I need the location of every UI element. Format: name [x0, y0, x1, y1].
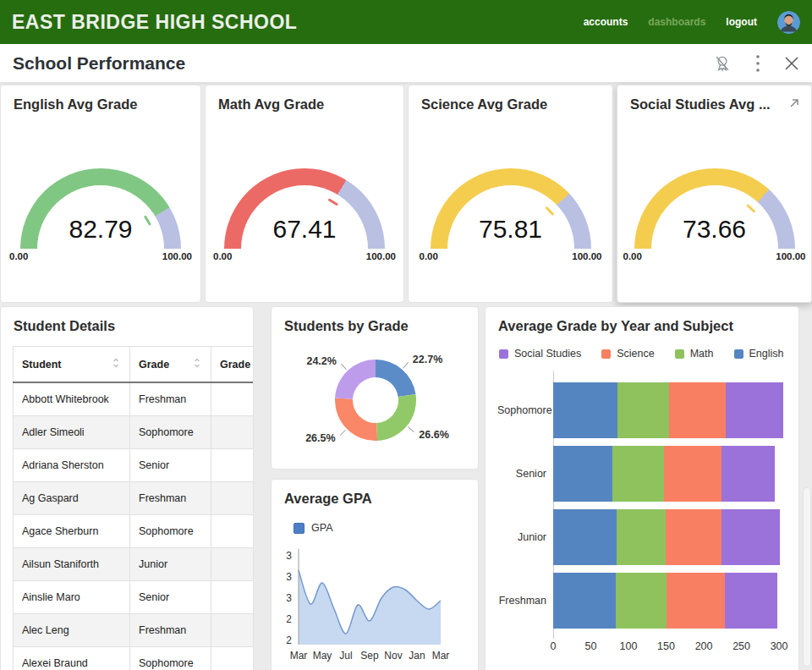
- bar-segment-math[interactable]: [617, 509, 666, 565]
- table-cell: Adriana Sherston: [14, 449, 130, 482]
- card-title: Average Grade by Year and Subject: [486, 307, 798, 334]
- x-tick-label: Jul: [339, 650, 352, 662]
- table-row[interactable]: Adler SimeoliSophomore: [14, 416, 255, 449]
- bar-row: Sophomore: [497, 378, 787, 442]
- legend-item-social-studies[interactable]: Social Studies: [499, 348, 581, 360]
- gauge-min-label: 0.00: [213, 251, 232, 261]
- legend-item-math[interactable]: Math: [675, 348, 714, 360]
- bar-segment-science[interactable]: [669, 382, 726, 438]
- table-row[interactable]: Ainslie MaroSenior: [14, 581, 255, 614]
- bar-row: Junior: [497, 505, 787, 568]
- table-row[interactable]: Abbott WhitebrookFreshman: [14, 382, 255, 416]
- bar-track: [553, 382, 787, 438]
- table-row[interactable]: Alec LengFreshman: [14, 614, 255, 647]
- school-brand-title: EAST BRIDGE HIGH SCHOOL: [12, 11, 297, 34]
- bar-segment-social-studies[interactable]: [726, 382, 783, 438]
- bar-segment-math[interactable]: [617, 382, 669, 438]
- table-cell: Agace Sherburn: [14, 515, 130, 548]
- legend-label: English: [749, 348, 784, 360]
- close-icon[interactable]: [784, 56, 799, 71]
- bar-segment-math[interactable]: [612, 446, 664, 502]
- nav-link-logout[interactable]: logout: [726, 16, 757, 28]
- card-average-grade-by-year-subject: Average Grade by Year and Subject Social…: [485, 306, 799, 670]
- math-gauge-chart: 67.41: [224, 168, 385, 249]
- table-cell: Senior: [130, 581, 211, 614]
- legend-item-english[interactable]: English: [734, 348, 784, 360]
- arrow-up-right-icon[interactable]: [787, 96, 801, 113]
- top-app-bar: EAST BRIDGE HIGH SCHOOL accounts dashboa…: [0, 0, 812, 44]
- card-math-avg-grade[interactable]: Math Avg Grade 67.41 0.00 100.00: [205, 85, 404, 303]
- table-cell: Alec Leng: [14, 614, 130, 647]
- column-header-student[interactable]: Student: [14, 347, 130, 383]
- table-row[interactable]: Ailsun StaniforthJunior: [14, 548, 255, 581]
- bar-segment-science[interactable]: [664, 446, 721, 502]
- students-by-grade-donut-chart[interactable]: 22.7%26.6%26.5%24.2%: [272, 334, 479, 468]
- sort-icon[interactable]: [192, 357, 202, 371]
- scrollbar-thumb[interactable]: [803, 487, 811, 667]
- table-row[interactable]: Ag GaspardFreshman: [14, 482, 255, 515]
- sort-icon[interactable]: [111, 357, 121, 371]
- table-cell: Junior: [130, 548, 211, 581]
- column-header-grade[interactable]: Grade: [130, 347, 211, 383]
- table-row[interactable]: Alexei BraundSophomore: [14, 647, 255, 670]
- badge-slash-icon[interactable]: [713, 54, 732, 73]
- donut-slice[interactable]: [335, 360, 376, 399]
- bar-segment-math[interactable]: [616, 573, 667, 629]
- table-cell: [211, 449, 255, 482]
- bar-segment-social-studies[interactable]: [721, 446, 775, 502]
- gauge-max-label: 100.00: [162, 251, 192, 261]
- gauge-max-label: 100.00: [366, 251, 396, 261]
- kebab-menu-icon[interactable]: [755, 54, 760, 73]
- legend-label: Social Studies: [514, 348, 581, 360]
- donut-slice[interactable]: [376, 394, 416, 441]
- gpa-legend[interactable]: GPA: [272, 507, 478, 534]
- nav-link-dashboards[interactable]: dashboards: [648, 16, 705, 28]
- bar-segment-english[interactable]: [553, 382, 617, 438]
- card-social-studies-avg-grade[interactable]: Social Studies Avg ... 73.66 0.00 100.00: [617, 85, 812, 303]
- table-cell: [211, 515, 255, 548]
- table-cell: Sophomore: [130, 647, 211, 670]
- x-tick-label: Mar: [290, 650, 308, 662]
- social-studies-gauge-chart: 73.66: [634, 168, 795, 249]
- bar-segment-english[interactable]: [553, 509, 617, 565]
- table-cell: Adler Simeoli: [14, 416, 130, 449]
- table-cell: Sophomore: [130, 515, 211, 548]
- gauge-scale: 0.00 100.00: [213, 251, 396, 261]
- bar-segment-english[interactable]: [553, 573, 616, 629]
- table-cell: [211, 382, 255, 416]
- table-cell: Ainslie Maro: [14, 581, 130, 614]
- bar-segment-english[interactable]: [553, 446, 612, 502]
- table-cell: [211, 482, 255, 515]
- gauge-value: 75.81: [431, 215, 591, 244]
- nav-link-accounts[interactable]: accounts: [584, 16, 628, 28]
- bar-segment-science[interactable]: [666, 509, 721, 565]
- bar-segment-science[interactable]: [667, 573, 725, 629]
- legend-label: Math: [690, 348, 714, 360]
- y-tick-label: 2: [286, 634, 292, 646]
- x-tick-label: Mar: [432, 650, 450, 662]
- card-science-avg-grade[interactable]: Science Avg Grade 75.81 0.00 100.00: [408, 85, 613, 303]
- table-row[interactable]: Agace SherburnSophomore: [14, 515, 255, 548]
- legend-item-science[interactable]: Science: [601, 348, 654, 360]
- card-english-avg-grade[interactable]: English Avg Grade 82.79 0.00 100.00: [0, 85, 201, 303]
- table-cell: [211, 614, 255, 647]
- x-tick-label: Jan: [409, 650, 425, 662]
- table-row[interactable]: Adriana SherstonSenior: [14, 449, 255, 482]
- table-cell: Senior: [130, 449, 211, 482]
- user-avatar[interactable]: [777, 11, 800, 34]
- donut-slice[interactable]: [376, 360, 415, 397]
- gauge-scale: 0.00 100.00: [9, 251, 192, 261]
- gpa-area[interactable]: [299, 570, 441, 645]
- legend-swatch: [601, 349, 611, 359]
- table-cell: Ag Gaspard: [14, 482, 130, 515]
- column-header-grade-s[interactable]: Grade S: [211, 347, 255, 383]
- average-gpa-area-chart[interactable]: 33322MarMayJulSepNovJanMar: [277, 541, 476, 669]
- bar-segment-social-studies[interactable]: [721, 509, 780, 565]
- table-cell: [211, 647, 255, 670]
- category-label: Senior: [497, 468, 553, 480]
- stacked-bar-plot[interactable]: SophomoreSeniorJuniorFreshman05010015020…: [497, 378, 787, 657]
- legend-swatch: [499, 349, 508, 359]
- category-label: Sophomore: [497, 404, 553, 416]
- top-nav: accounts dashboards logout: [584, 11, 800, 34]
- bar-segment-social-studies[interactable]: [725, 573, 777, 629]
